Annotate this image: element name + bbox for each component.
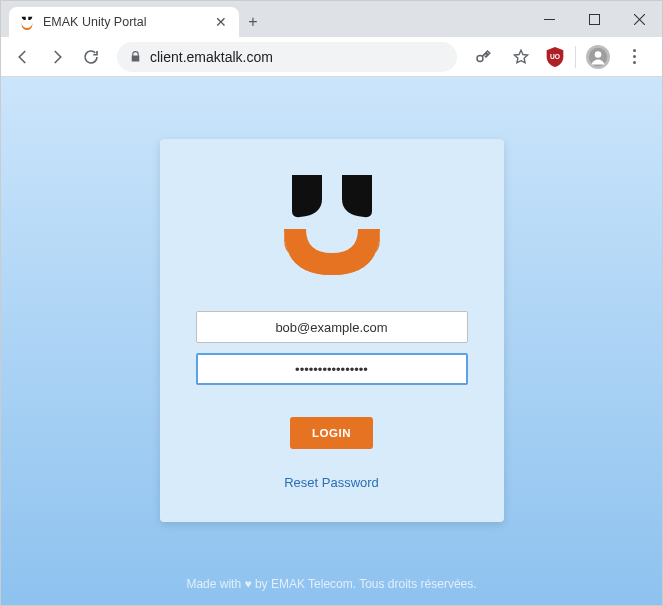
reset-password-link[interactable]: Reset Password	[284, 475, 379, 490]
login-button[interactable]: LOGIN	[290, 417, 373, 449]
svg-point-4	[477, 55, 483, 61]
footer-suffix: by EMAK Telecom. Tous droits réservées.	[252, 577, 477, 591]
kebab-menu-icon	[625, 49, 643, 64]
reload-button[interactable]	[77, 43, 105, 71]
profile-avatar-icon[interactable]	[586, 45, 610, 69]
lock-icon	[129, 50, 142, 63]
tab-close-icon[interactable]: ✕	[213, 14, 229, 30]
url-text: client.emaktalk.com	[150, 49, 445, 65]
svg-point-6	[595, 51, 602, 58]
footer-prefix: Made with	[186, 577, 244, 591]
toolbar-right: UO	[469, 43, 654, 71]
window-close-button[interactable]	[617, 4, 662, 34]
email-input[interactable]	[196, 311, 468, 343]
page-content: LOGIN Reset Password Made with ♥ by EMAK…	[1, 77, 662, 605]
login-card: LOGIN Reset Password	[160, 139, 504, 522]
ublock-label: UO	[550, 53, 560, 60]
address-bar[interactable]: client.emaktalk.com	[117, 42, 457, 72]
toolbar-divider	[575, 46, 576, 68]
browser-menu-button[interactable]	[620, 43, 648, 71]
heart-icon: ♥	[244, 577, 251, 591]
browser-window: EMAK Unity Portal ✕ +	[0, 0, 663, 606]
back-button[interactable]	[9, 43, 37, 71]
svg-rect-1	[590, 14, 600, 24]
app-logo-icon	[262, 167, 402, 287]
tab-title: EMAK Unity Portal	[43, 15, 205, 29]
browser-tab[interactable]: EMAK Unity Portal ✕	[9, 7, 239, 37]
browser-toolbar: client.emaktalk.com UO	[1, 37, 662, 77]
window-minimize-button[interactable]	[527, 4, 572, 34]
new-tab-button[interactable]: +	[239, 7, 267, 37]
page-footer: Made with ♥ by EMAK Telecom. Tous droits…	[1, 577, 662, 591]
saved-passwords-icon[interactable]	[469, 43, 497, 71]
forward-button[interactable]	[43, 43, 71, 71]
window-controls	[527, 1, 662, 37]
tab-favicon-icon	[19, 14, 35, 30]
window-maximize-button[interactable]	[572, 4, 617, 34]
ublock-extension-icon[interactable]: UO	[545, 46, 565, 68]
titlebar: EMAK Unity Portal ✕ +	[1, 1, 662, 37]
bookmark-star-icon[interactable]	[507, 43, 535, 71]
password-input[interactable]	[196, 353, 468, 385]
